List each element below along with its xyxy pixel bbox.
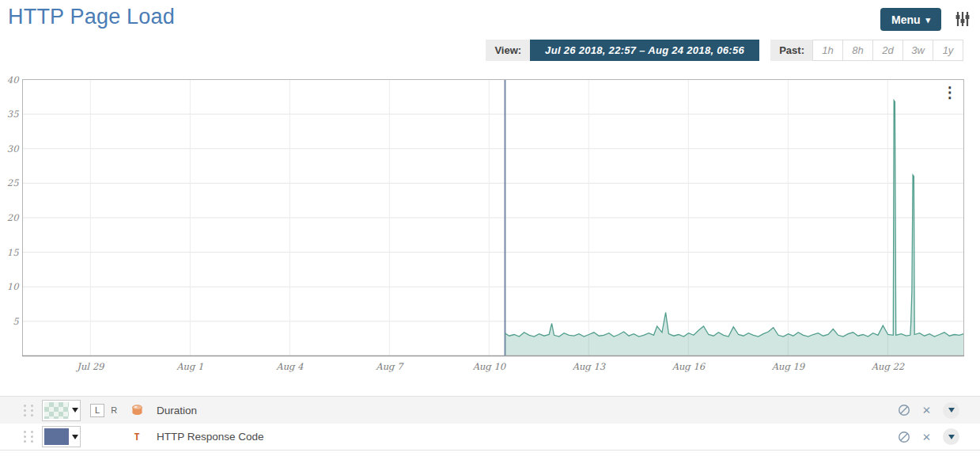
svg-text:10: 10 [7,281,20,292]
chart-area: 510152025303540Jul 29Aug 1Aug 4Aug 7Aug … [0,75,980,380]
drag-handle-icon[interactable] [24,431,35,443]
disable-icon[interactable] [898,431,910,443]
svg-text:Aug 4: Aug 4 [275,361,304,372]
view-label: View: [486,40,530,61]
legend-row-http-response-code: T HTTP Response Code ✕ [0,424,980,450]
sliders-icon[interactable] [954,10,971,28]
svg-text:Aug 19: Aug 19 [771,361,806,372]
page-title: HTTP Page Load [8,5,175,29]
svg-text:35: 35 [7,108,19,120]
disable-icon[interactable] [898,404,910,416]
svg-text:Aug 1: Aug 1 [176,361,203,372]
past-label: Past: [770,40,813,61]
duration-color-swatch [44,402,69,419]
chevron-down-icon [948,435,955,439]
menu-button[interactable]: Menu ▾ [880,8,941,31]
response-code-color-swatch [44,428,69,445]
drag-handle-icon[interactable] [24,405,35,416]
right-axis-toggle[interactable]: R [111,405,117,415]
svg-text:Aug 16: Aug 16 [672,361,706,372]
database-icon [131,405,143,416]
chart-options-icon[interactable]: ⋮ [941,82,959,105]
time-toolbar: View: Jul 26 2018, 22:57 – Aug 24 2018, … [0,40,980,61]
past-2d-button[interactable]: 2d [872,40,903,61]
svg-text:Aug 13: Aug 13 [572,361,606,372]
page: HTTP Page Load Menu ▾ View: Jul 26 2018,… [0,0,980,460]
remove-icon[interactable]: ✕ [922,404,931,416]
svg-text:25: 25 [7,177,19,188]
svg-text:Aug 10: Aug 10 [472,361,507,372]
svg-text:20: 20 [7,212,20,223]
row-actions: ✕ [898,428,959,445]
past-group: Past: 1h 8h 2d 3w 1y [770,40,963,61]
svg-text:5: 5 [13,316,19,327]
past-1y-button[interactable]: 1y [933,40,963,61]
legend-row-duration: L R Duration ✕ [0,397,980,424]
chart-canvas[interactable]: 510152025303540Jul 29Aug 1Aug 4Aug 7Aug … [0,75,980,380]
menu-button-label: Menu [891,13,921,26]
svg-text:15: 15 [7,247,19,258]
metric-type-zone [127,405,147,416]
response-code-swatch-dropdown[interactable] [42,426,81,447]
svg-text:Jul 29: Jul 29 [75,361,105,372]
axis-toggles: L R [90,404,127,417]
svg-text:Aug 22: Aug 22 [871,361,905,372]
metric-type-zone: T [127,431,147,443]
svg-text:40: 40 [7,75,20,86]
text-metric-icon: T [134,431,139,443]
remove-icon[interactable]: ✕ [922,431,931,443]
expand-row-button[interactable] [943,428,959,445]
left-axis-toggle[interactable]: L [90,404,104,417]
past-3w-button[interactable]: 3w [902,40,933,61]
series-label: HTTP Response Code [157,431,264,443]
row-actions: ✕ [898,402,959,419]
chevron-down-icon [72,408,78,412]
view-range-button[interactable]: Jul 26 2018, 22:57 – Aug 24 2018, 06:56 [530,40,759,61]
duration-swatch-dropdown[interactable] [42,400,81,421]
chevron-down-icon [72,435,78,439]
chevron-down-icon [948,408,955,412]
past-8h-button[interactable]: 8h [842,40,873,61]
expand-row-button[interactable] [943,402,959,419]
view-group: View: Jul 26 2018, 22:57 – Aug 24 2018, … [486,40,759,61]
past-1h-button[interactable]: 1h [812,40,843,61]
chart-legend: L R Duration ✕ [0,396,980,450]
svg-text:30: 30 [7,143,20,154]
series-label: Duration [157,405,197,416]
svg-text:Aug 7: Aug 7 [375,361,404,372]
chevron-down-icon: ▾ [926,15,931,25]
